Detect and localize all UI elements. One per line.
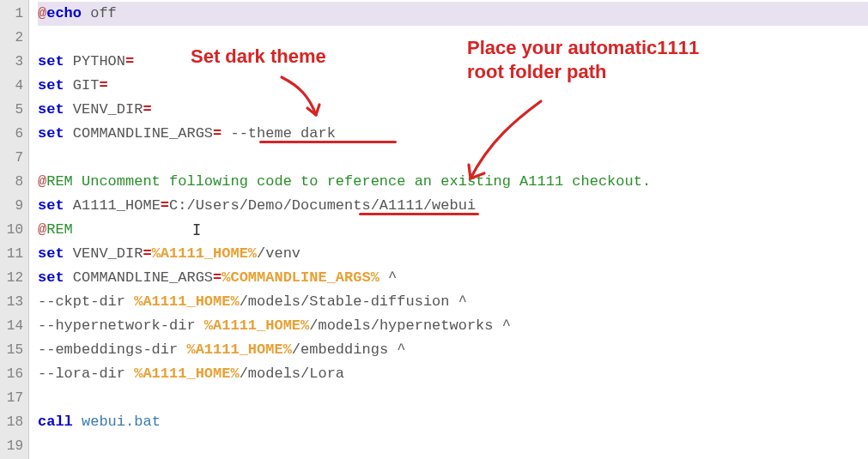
line-number: 13: [0, 290, 28, 314]
code-token: %COMMANDLINE_ARGS%: [222, 269, 379, 286]
code-line[interactable]: --lora-dir %A1111_HOME%/models/Lora: [38, 362, 868, 386]
line-number: 5: [0, 98, 28, 122]
code-line[interactable]: set COMMANDLINE_ARGS= --theme dark: [38, 122, 868, 146]
code-token: %A1111_HOME%: [186, 341, 291, 358]
code-token: set: [38, 245, 64, 262]
code-token: =: [99, 77, 107, 94]
code-token: /models/Stable-diffusion ^: [240, 293, 467, 310]
code-line[interactable]: --embeddings-dir %A1111_HOME%/embeddings…: [38, 338, 868, 362]
code-token: --embeddings-dir: [38, 341, 186, 358]
code-line[interactable]: set VENV_DIR=: [38, 98, 868, 122]
code-token: =: [213, 125, 222, 142]
code-line[interactable]: @REM Uncomment following code to referen…: [38, 170, 868, 194]
code-token: COMMANDLINE_ARGS: [64, 269, 213, 286]
code-token: --ckpt-dir: [38, 293, 134, 310]
line-number: 6: [0, 122, 28, 146]
code-token: C:/Users/Demo/Documents/A1111/webui: [169, 197, 476, 214]
underline-theme-dark: [259, 141, 397, 143]
code-token: set: [38, 197, 64, 214]
code-token: --theme dark: [222, 125, 336, 142]
code-token: call: [38, 414, 73, 430]
code-token: A1111_HOME: [64, 197, 161, 214]
code-token: REM Uncomment following code to referenc…: [46, 173, 651, 190]
code-token: COMMANDLINE_ARGS: [64, 125, 213, 142]
line-number: 19: [0, 434, 28, 458]
code-token: =: [213, 269, 222, 286]
code-token: %A1111_HOME%: [152, 245, 257, 262]
code-token: @: [38, 173, 46, 190]
line-number: 1: [0, 2, 28, 26]
code-token: %A1111_HOME%: [134, 365, 239, 382]
code-token: %A1111_HOME%: [204, 317, 309, 334]
line-number: 17: [0, 386, 28, 410]
line-number: 7: [0, 146, 28, 170]
code-line[interactable]: call webui.bat: [38, 410, 868, 434]
code-token: %A1111_HOME%: [134, 293, 239, 310]
line-number: 12: [0, 266, 28, 290]
line-number: 2: [0, 26, 28, 50]
line-number: 4: [0, 74, 28, 98]
code-token: --lora-dir: [38, 365, 134, 382]
text-cursor: I: [192, 221, 201, 239]
code-token: set: [38, 269, 64, 286]
line-number: 16: [0, 362, 28, 386]
code-token: set: [38, 53, 64, 69]
code-line[interactable]: set COMMANDLINE_ARGS=%COMMANDLINE_ARGS% …: [38, 266, 868, 290]
code-token: =: [161, 197, 169, 214]
code-token: =: [143, 101, 151, 118]
code-token: webui.bat: [73, 414, 161, 430]
code-token: REM: [46, 221, 73, 238]
line-number: 11: [0, 242, 28, 266]
code-token: /venv: [257, 245, 300, 262]
line-number: 9: [0, 194, 28, 218]
code-token: echo: [46, 5, 82, 21]
code-token: @: [38, 221, 46, 238]
code-area[interactable]: @echo off set PYTHON=set GIT=set VENV_DI…: [29, 0, 868, 459]
code-line[interactable]: set GIT=: [38, 74, 868, 98]
code-token: GIT: [64, 77, 100, 94]
code-token: set: [38, 77, 64, 94]
line-number-gutter: 12345678910111213141516171819: [0, 0, 29, 459]
code-line[interactable]: @echo off: [38, 2, 868, 26]
code-line[interactable]: --ckpt-dir %A1111_HOME%/models/Stable-di…: [38, 290, 868, 314]
line-number: 10: [0, 218, 28, 242]
code-line[interactable]: [38, 26, 868, 50]
line-number: 3: [0, 50, 28, 74]
code-token: /embeddings ^: [292, 341, 406, 358]
code-line[interactable]: set PYTHON=: [38, 50, 868, 74]
underline-a1111-webui: [359, 213, 479, 215]
code-token: /models/hypernetworks ^: [309, 317, 511, 334]
code-token: PYTHON: [64, 53, 125, 69]
code-editor: 12345678910111213141516171819 @echo off …: [0, 0, 868, 459]
line-number: 8: [0, 170, 28, 194]
code-token: off: [82, 5, 117, 21]
code-token: =: [125, 53, 134, 69]
code-line[interactable]: set VENV_DIR=%A1111_HOME%/venv: [38, 242, 868, 266]
code-token: =: [143, 245, 151, 262]
code-token: /models/Lora: [240, 365, 344, 382]
code-line[interactable]: --hypernetwork-dir %A1111_HOME%/models/h…: [38, 314, 868, 338]
code-line[interactable]: [38, 434, 868, 458]
code-token: --hypernetwork-dir: [38, 317, 204, 334]
line-number: 14: [0, 314, 28, 338]
line-number: 18: [0, 410, 28, 434]
code-token: ^: [379, 269, 397, 286]
code-token: VENV_DIR: [64, 245, 143, 262]
line-number: 15: [0, 338, 28, 362]
code-line[interactable]: @REM: [38, 218, 868, 242]
code-token: VENV_DIR: [64, 101, 143, 118]
code-line[interactable]: [38, 146, 868, 170]
code-line[interactable]: [38, 386, 868, 410]
code-token: set: [38, 101, 64, 118]
code-token: set: [38, 125, 64, 142]
code-token: @: [38, 5, 46, 21]
